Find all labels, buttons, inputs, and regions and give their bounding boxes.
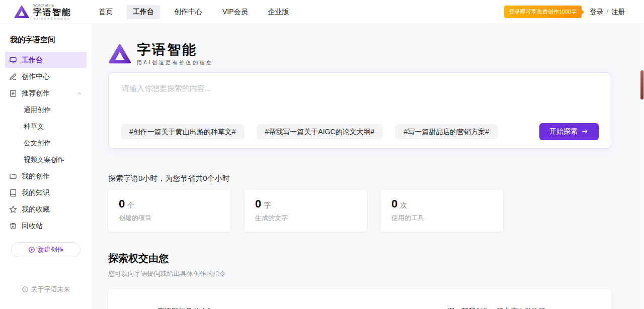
suggestion-chip-dessert[interactable]: #写一篇甜品店的营销方案# xyxy=(395,124,498,139)
sidebar-subitem-official[interactable]: 公文创作 xyxy=(0,135,92,151)
nav-enterprise[interactable]: 企业版 xyxy=(262,5,295,19)
chevron-up-icon[interactable] xyxy=(76,90,83,96)
qa-question[interactable]: 字语智能是什么? xyxy=(157,307,211,309)
book-icon xyxy=(9,189,17,197)
sidebar-item-creation-center[interactable]: 创作中心 xyxy=(5,68,87,85)
hero-logo: 字语智能 用AI创造更有价值的信息 xyxy=(108,43,644,66)
login-link[interactable]: 登录 xyxy=(590,8,603,17)
section-title: 探索权交由您 xyxy=(108,252,644,265)
stat-label: 使用的工具 xyxy=(391,214,493,223)
brand-triangle-icon xyxy=(14,5,29,20)
qa-answer[interactable]: 嗯，帮我创作一篇北京出游攻略 xyxy=(447,307,546,309)
stat-unit: 次 xyxy=(400,201,407,210)
sidebar-item-label: 我的收藏 xyxy=(22,205,50,214)
about-link[interactable]: 关于字语未来 xyxy=(0,285,92,294)
scrollbar-track[interactable] xyxy=(640,24,644,309)
start-explore-label: 开始探索 xyxy=(549,127,578,136)
about-label: 关于字语未来 xyxy=(31,285,70,294)
main-content: 字语智能 用AI创造更有价值的信息 #创作一篇关于黄山出游的种草文# #帮我写一… xyxy=(92,24,644,309)
stat-card-projects: 0 个 创建的项目 xyxy=(108,190,230,232)
hero-tagline: 用AI创造更有价值的信息 xyxy=(137,59,213,66)
sidebar-item-favorites[interactable]: 我的收藏 xyxy=(5,201,87,218)
sidebar-item-label: 我的知识 xyxy=(22,188,50,197)
stat-card-tools: 0 次 使用的工具 xyxy=(381,190,503,232)
plus-circle-icon xyxy=(28,246,35,253)
qa-example-card: 字语智能是什么? 嗯，帮我创作一篇北京出游攻略 xyxy=(108,289,611,309)
trash-icon xyxy=(9,222,17,230)
sidebar-item-workspace[interactable]: 工作台 xyxy=(5,52,87,68)
search-panel: #创作一篇关于黄山出游的种草文# #帮我写一篇关于AIGC的论文大纲# #写一篇… xyxy=(108,72,611,149)
document-icon xyxy=(9,89,17,97)
stat-value: 0 xyxy=(255,197,261,211)
sidebar-subitem-seeding[interactable]: 种草文 xyxy=(0,118,92,135)
sidebar: 我的字语空间 工作台 创作中心 推荐创作 通用创作 种草文 公文创作 视频文案创… xyxy=(0,24,92,309)
sidebar-item-label: 创作中心 xyxy=(22,72,50,81)
hero-brand-name: 字语智能 xyxy=(137,43,213,58)
hero-triangle-icon xyxy=(108,43,131,66)
brand-tagline: 用AI创造更有价值的信息 xyxy=(33,18,71,20)
sidebar-title: 我的字语空间 xyxy=(0,24,92,52)
sidebar-item-my-creations[interactable]: 我的创作 xyxy=(5,168,87,184)
topbar: WordFuture 字语智能 用AI创造更有价值的信息 首页 工作台 创作中心… xyxy=(0,0,644,24)
sidebar-item-recycle-bin[interactable]: 回收站 xyxy=(5,218,87,234)
usage-summary-text: 探索字语0小时，为您节省共0个小时 xyxy=(108,174,644,183)
brand-logo[interactable]: WordFuture 字语智能 用AI创造更有价值的信息 xyxy=(0,4,71,20)
section-subtitle: 您可以向字语提问或给出具体创作的指令 xyxy=(108,269,644,278)
info-circle-icon xyxy=(22,286,29,293)
stat-unit: 个 xyxy=(127,201,134,210)
brand-name: 字语智能 xyxy=(33,8,71,17)
new-creation-label: 新建创作 xyxy=(38,245,64,254)
stat-value: 0 xyxy=(391,197,397,211)
sidebar-item-label: 工作台 xyxy=(22,56,43,65)
start-explore-button[interactable]: 开始探索 xyxy=(539,123,599,140)
stat-label: 创建的项目 xyxy=(119,214,220,223)
sidebar-item-label: 回收站 xyxy=(22,222,43,231)
main-nav: 首页 工作台 创作中心 VIP会员 企业版 xyxy=(93,5,295,19)
new-creation-button[interactable]: 新建创作 xyxy=(11,242,80,257)
suggestion-chip-huangshan[interactable]: #创作一篇关于黄山出游的种草文# xyxy=(121,124,245,139)
stat-value: 0 xyxy=(119,197,125,211)
scrollbar-thumb[interactable] xyxy=(640,70,643,99)
nav-creation-center[interactable]: 创作中心 xyxy=(168,5,208,19)
stat-card-words: 0 字 生成的文字 xyxy=(245,190,367,232)
sidebar-item-recommended[interactable]: 推荐创作 xyxy=(5,85,87,101)
auth-separator: / xyxy=(606,8,608,16)
arrow-right-icon xyxy=(581,128,589,135)
auth-links: 登录 / 注册 xyxy=(590,8,625,17)
stat-unit: 字 xyxy=(264,201,271,210)
nav-vip[interactable]: VIP会员 xyxy=(216,5,254,19)
quote-icon xyxy=(123,302,145,309)
nav-workspace[interactable]: 工作台 xyxy=(127,5,160,19)
register-link[interactable]: 注册 xyxy=(611,8,625,17)
sidebar-subitem-general[interactable]: 通用创作 xyxy=(0,101,92,118)
pen-icon xyxy=(9,73,17,81)
login-promo-badge[interactable]: 登录即可享免费创作1000字 xyxy=(504,6,582,18)
folder-icon xyxy=(9,172,17,180)
stat-cards: 0 个 创建的项目 0 字 生成的文字 0 次 使用的工具 xyxy=(108,190,644,232)
search-input[interactable] xyxy=(121,83,599,123)
suggestion-chip-aigc[interactable]: #帮我写一篇关于AIGC的论文大纲# xyxy=(257,124,383,139)
stat-label: 生成的文字 xyxy=(255,214,356,223)
sidebar-subitem-video-copy[interactable]: 视频文案创作 xyxy=(0,151,92,168)
sidebar-item-label: 推荐创作 xyxy=(22,89,50,98)
monitor-icon xyxy=(9,56,17,64)
suggestion-chip-row: #创作一篇关于黄山出游的种草文# #帮我写一篇关于AIGC的论文大纲# #写一篇… xyxy=(121,123,599,140)
nav-home[interactable]: 首页 xyxy=(93,5,119,19)
sidebar-item-label: 我的创作 xyxy=(22,172,50,181)
sidebar-item-my-knowledge[interactable]: 我的知识 xyxy=(5,184,87,201)
star-icon xyxy=(9,205,17,214)
brand-name-en: WordFuture xyxy=(33,4,71,7)
